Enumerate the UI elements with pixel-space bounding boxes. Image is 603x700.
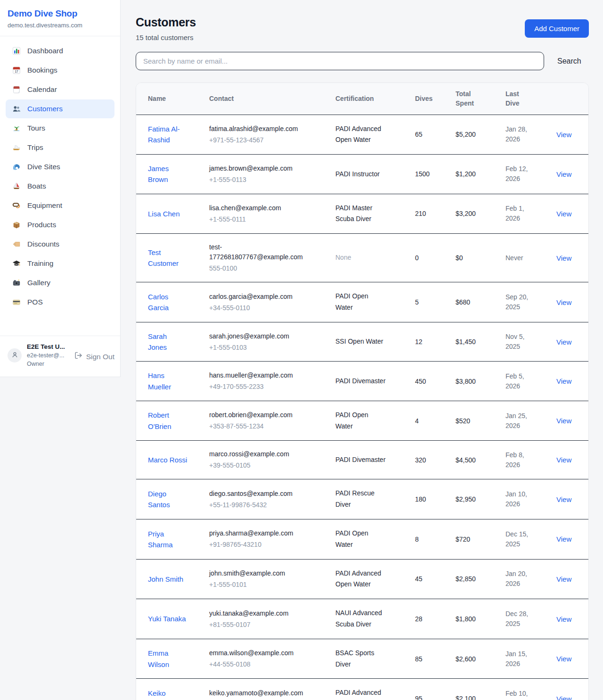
sidebar-item-dive-sites[interactable]: Dive Sites [6,157,114,176]
column-header-last-dive: Last Dive [501,83,552,115]
view-customer-link[interactable]: View [556,615,571,623]
customer-name-link[interactable]: Robert O'Brien [148,410,187,432]
table-row: Marco Rossimarco.rossi@example.com+39-55… [136,441,588,479]
customer-name-link[interactable]: Yuki Tanaka [148,613,186,624]
customer-total-spent: $3,200 [456,210,476,217]
table-row: Hans Muellerhans.mueller@example.com+49-… [136,362,588,401]
customer-dives: 0 [415,254,419,262]
customer-certification: PADI Advanced Open Water [335,687,387,700]
customer-phone: +971-55-123-4567 [209,135,326,145]
sidebar-item-trips[interactable]: Trips [6,138,114,157]
view-customer-link[interactable]: View [556,131,571,139]
column-header-certification: Certification [331,83,410,115]
customer-name-link[interactable]: Keiko Yamamoto [148,688,187,700]
add-customer-button[interactable]: Add Customer [525,19,589,38]
customer-last-dive: Jan 25, 2026 [505,411,533,431]
view-customer-link[interactable]: View [556,456,571,464]
view-customer-link[interactable]: View [556,338,571,346]
tag-icon [12,240,21,248]
customer-name-link[interactable]: Test Customer [148,247,187,269]
view-customer-link[interactable]: View [556,417,571,425]
customer-last-dive: Nov 5, 2025 [505,332,533,352]
sign-out-button[interactable]: Sign Out [74,352,114,362]
view-customer-link[interactable]: View [556,170,571,178]
page-header: Customers 15 total customers Add Custome… [136,16,589,41]
customer-total-spent: $3,800 [456,378,476,385]
customers-table-card: Name Contact Certification Dives Total S… [136,82,589,700]
customer-email: fatima.alrashid@example.com [209,124,303,134]
sidebar-item-calendar[interactable]: Calendar [6,80,114,99]
sidebar-item-label: Equipment [27,201,62,210]
customer-last-dive: Feb 10, 2026 [505,689,533,700]
shop-domain: demo.test.divestreams.com [8,22,113,29]
search-button[interactable]: Search [557,57,581,66]
customer-name-link[interactable]: Sarah Jones [148,331,187,353]
sidebar-item-dashboard[interactable]: Dashboard [6,41,114,60]
search-row: Search [136,52,589,70]
customer-last-dive: Dec 15, 2025 [505,529,533,549]
customer-name-link[interactable]: Hans Mueller [148,370,187,392]
customer-name-link[interactable]: Emma Wilson [148,648,187,670]
sidebar-item-label: Discounts [27,240,59,248]
customer-name-link[interactable]: Diego Santos [148,488,187,511]
customer-certification: None [335,252,351,264]
customer-name-link[interactable]: Priya Sharma [148,528,187,551]
customer-phone: +1-555-0101 [209,580,326,590]
customer-last-dive: Feb 12, 2026 [505,164,533,184]
sidebar-item-equipment[interactable]: Equipment [6,196,114,215]
table-row: Lisa Chenlisa.chen@example.com+1-555-011… [136,194,588,234]
sidebar-item-label: Products [27,221,56,229]
table-row: Carlos Garciacarlos.garcia@example.com+3… [136,282,588,322]
view-customer-link[interactable]: View [556,655,571,663]
sidebar-item-pos[interactable]: POS [6,293,114,312]
customer-name-link[interactable]: John Smith [148,574,183,585]
search-input[interactable] [136,52,544,70]
sidebar-item-products[interactable]: Products [6,215,114,234]
customer-email: john.smith@example.com [209,568,303,578]
customer-total-spent: $5,200 [456,131,476,138]
sidebar-item-bookings[interactable]: 17Bookings [6,61,114,80]
customer-name-link[interactable]: Marco Rossi [148,454,187,465]
view-customer-link[interactable]: View [556,210,571,218]
view-customer-link[interactable]: View [556,298,571,306]
page-title: Customers [136,16,196,29]
customer-certification: BSAC Sports Diver [335,648,387,670]
sidebar-item-tours[interactable]: Tours [6,119,114,138]
customer-total-spent: $2,100 [456,695,476,700]
customer-dives: 95 [415,695,423,700]
customer-dives: 180 [415,495,426,503]
sidebar-item-gallery[interactable]: Gallery [6,273,114,292]
customer-dives: 45 [415,575,423,583]
sidebar-item-label: POS [27,298,43,306]
customer-total-spent: $4,500 [456,456,476,464]
customer-email: diego.santos@example.com [209,489,303,499]
sign-out-label: Sign Out [86,352,114,361]
customer-dives: 8 [415,535,419,543]
sidebar-item-discounts[interactable]: Discounts [6,235,114,254]
shop-title[interactable]: Demo Dive Shop [8,8,113,19]
customer-total-spent: $680 [456,298,470,306]
sidebar-item-customers[interactable]: Customers [6,99,114,118]
customer-email: james.brown@example.com [209,164,303,173]
view-customer-link[interactable]: View [556,377,571,385]
view-customer-link[interactable]: View [556,495,571,503]
customer-total-spent: $1,450 [456,338,476,346]
view-customer-link[interactable]: View [556,254,571,262]
customer-name-link[interactable]: Fatima Al-Rashid [148,124,187,146]
customer-name-link[interactable]: Lisa Chen [148,208,180,219]
view-customer-link[interactable]: View [556,575,571,583]
customer-dives: 65 [415,131,423,138]
sidebar-item-boats[interactable]: Boats [6,177,114,196]
customer-name-link[interactable]: James Brown [148,163,187,185]
view-customer-link[interactable]: View [556,695,571,700]
customer-phone: +81-555-0107 [209,620,326,630]
view-customer-link[interactable]: View [556,535,571,543]
customer-dives: 12 [415,338,423,346]
customer-dives: 450 [415,378,426,385]
column-header-total-spent: Total Spent [451,83,501,115]
customer-last-dive: Feb 1, 2026 [505,204,533,223]
graduation-cap-icon [12,259,21,268]
customer-name-link[interactable]: Carlos Garcia [148,291,187,313]
sidebar-item-label: Calendar [27,85,57,94]
sidebar-item-training[interactable]: Training [6,254,114,273]
